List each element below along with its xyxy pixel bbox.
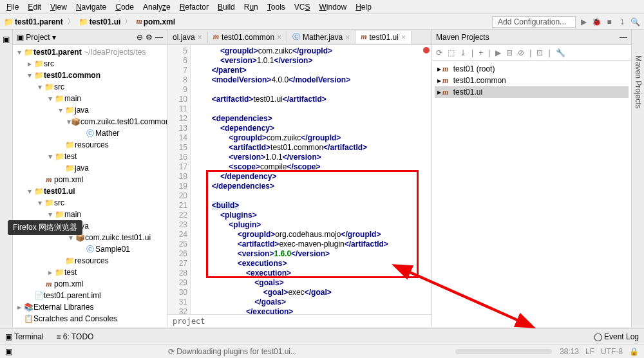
stop-icon[interactable]: ■: [604, 17, 614, 27]
menu-help[interactable]: Help: [352, 1, 375, 13]
menu-run[interactable]: Run: [240, 1, 262, 13]
maven-panel: Maven Projects — ⟳ ⬚ ⤓ | + | ▶ ⊟ ⊘ | ⊡ |…: [431, 30, 631, 327]
progress-bar: [455, 349, 552, 354]
project-view-combo[interactable]: ▣ Project ▾: [17, 33, 56, 42]
add-icon[interactable]: +: [478, 48, 483, 57]
menu-window[interactable]: Window: [315, 1, 350, 13]
editor-breadcrumb[interactable]: project: [167, 314, 431, 327]
terminal-button[interactable]: ▣ Terminal: [5, 332, 43, 341]
maven-title: Maven Projects: [436, 33, 617, 42]
menu-tools[interactable]: Tools: [263, 1, 289, 13]
taskbar-tooltip: Firefox 网络浏览器: [8, 220, 82, 235]
project-stripe-icon[interactable]: ▣: [3, 35, 10, 44]
breadcrumb: 📁 test01.parent 〉 📁 test01.ui 〉 m pom.xm…: [4, 16, 489, 27]
code-editor[interactable]: 5678910111213141516171819202122232425262…: [167, 45, 431, 314]
event-log-button[interactable]: ◯ Event Log: [594, 332, 639, 341]
run-config-select[interactable]: Add Configuration...: [492, 16, 576, 28]
download-icon[interactable]: ⤓: [460, 48, 466, 57]
navigation-bar: 📁 test01.parent 〉 📁 test01.ui 〉 m pom.xm…: [0, 14, 644, 30]
maven-tree[interactable]: ▸m test01 (root) ▸m test01.common ▸m tes…: [432, 61, 631, 327]
status-icon[interactable]: ▣: [5, 347, 12, 356]
bc-module[interactable]: 📁 test01.ui: [79, 17, 121, 26]
error-stripe-mark[interactable]: [423, 47, 430, 53]
execute-icon[interactable]: ⊟: [506, 48, 513, 57]
right-tool-stripe: Maven Projects: [631, 30, 644, 327]
menu-file[interactable]: File: [3, 1, 23, 13]
todo-button[interactable]: ≡ 6: TODO: [56, 332, 93, 341]
line-sep[interactable]: LF: [585, 347, 594, 356]
debug-icon[interactable]: 🐞: [591, 17, 601, 27]
project-tree[interactable]: ▾📁test01.parent ~/IdeaProjects/tes ▸📁src…: [13, 45, 167, 327]
line-gutter: 5678910111213141516171819202122232425262…: [167, 45, 191, 314]
code-body[interactable]: <groupId>com.zuikc</groupId> <version>1.…: [191, 45, 431, 314]
status-bar: ▣ ⟳ Downloading plugins for test01.ui...…: [0, 344, 644, 358]
hide-icon[interactable]: —: [155, 33, 163, 42]
caret-pos[interactable]: 38:13: [560, 347, 579, 356]
run-icon[interactable]: ▶: [578, 17, 589, 27]
maven-toolbar: ⟳ ⬚ ⤓ | + | ▶ ⊟ ⊘ | ⊡ | 🔧: [432, 45, 631, 61]
maven-stripe-button[interactable]: Maven Projects: [634, 55, 643, 109]
menu-analyze[interactable]: Analyze: [139, 1, 175, 13]
tab-2[interactable]: mtest01.common×: [208, 31, 287, 43]
menu-bar: File Edit View Navigate Code Analyze Ref…: [0, 0, 644, 14]
gear-icon[interactable]: ⚙: [146, 33, 153, 42]
tab-1[interactable]: ol.java×: [167, 32, 208, 43]
reimport-icon[interactable]: ⟳: [436, 48, 442, 57]
run-icon[interactable]: ▶: [495, 48, 501, 57]
maven-header: Maven Projects —: [432, 30, 631, 45]
tab-4-active[interactable]: mtest01.ui×: [355, 31, 412, 44]
project-header: ▣ Project ▾ ⊖ ⚙ —: [13, 30, 167, 45]
encoding[interactable]: UTF-8: [601, 347, 623, 356]
bottom-tool-stripe: ▣ Terminal ≡ 6: TODO ◯ Event Log: [0, 328, 644, 344]
menu-refactor[interactable]: Refactor: [176, 1, 213, 13]
hide-icon[interactable]: —: [620, 33, 627, 42]
lock-icon[interactable]: 🔒: [629, 347, 639, 356]
menu-view[interactable]: View: [46, 1, 71, 13]
menu-vcs[interactable]: VCS: [290, 1, 314, 13]
generate-icon[interactable]: ⬚: [448, 48, 455, 57]
tab-3[interactable]: ⓒMather.java×: [287, 30, 355, 44]
editor-tabs: ol.java× mtest01.common× ⓒMather.java× m…: [167, 30, 431, 45]
menu-navigate[interactable]: Navigate: [72, 1, 110, 13]
toggle-skip-icon[interactable]: ⊘: [518, 48, 524, 57]
settings-icon[interactable]: 🔧: [556, 48, 565, 57]
menu-build[interactable]: Build: [214, 1, 239, 13]
menu-edit[interactable]: Edit: [24, 1, 45, 13]
menu-code[interactable]: Code: [111, 1, 138, 13]
collapse-icon[interactable]: ⊡: [536, 48, 543, 57]
vcs-icon[interactable]: ⤵: [617, 17, 627, 27]
collapse-icon[interactable]: ⊖: [137, 33, 143, 42]
search-icon[interactable]: 🔍: [630, 17, 640, 27]
bc-root[interactable]: 📁 test01.parent: [4, 17, 63, 26]
project-panel: ▣ Project ▾ ⊖ ⚙ — ▾📁test01.parent ~/Idea…: [13, 30, 167, 327]
left-tool-stripe: ▣: [0, 30, 13, 327]
bc-file[interactable]: m pom.xml: [136, 17, 175, 26]
editor-area: ol.java× mtest01.common× ⓒMather.java× m…: [167, 30, 431, 327]
status-message: ⟳ Downloading plugins for test01.ui...: [20, 347, 445, 356]
